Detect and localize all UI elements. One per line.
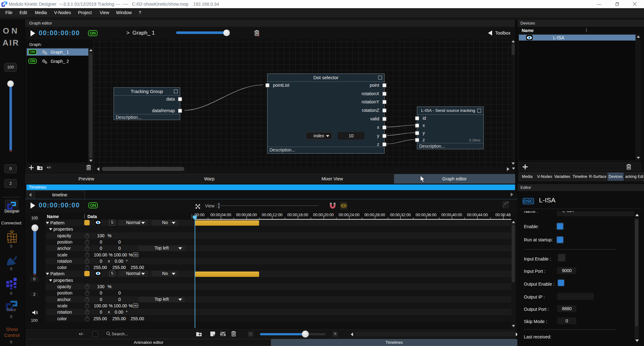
svg-text:⚙: ⚙ [44, 61, 47, 64]
svg-text:⚙: ⚙ [44, 52, 47, 55]
